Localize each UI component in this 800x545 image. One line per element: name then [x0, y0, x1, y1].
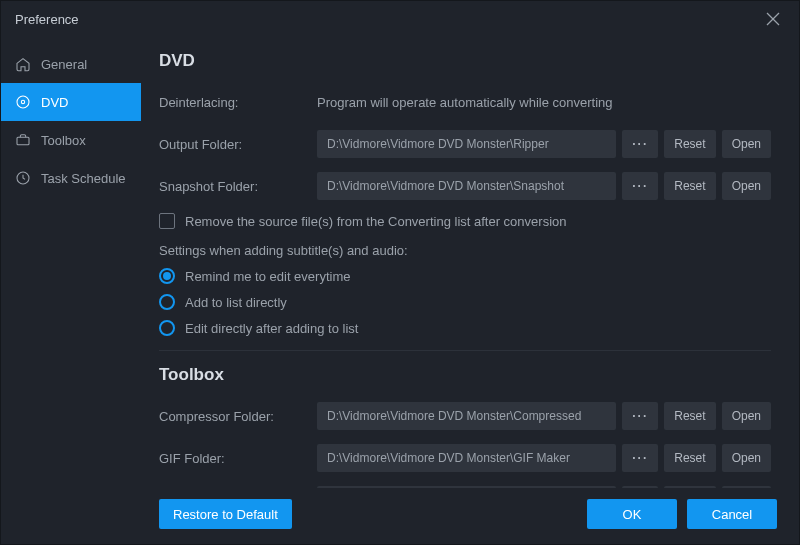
output-folder-open[interactable]: Open [722, 130, 771, 158]
row-3d-folder: 3D Output Folder: ··· Reset Open [159, 483, 771, 488]
gif-folder-input[interactable] [317, 444, 616, 472]
row-gif-folder: GIF Folder: ··· Reset Open [159, 441, 771, 475]
snapshot-folder-label: Snapshot Folder: [159, 179, 317, 194]
sidebar-label-toolbox: Toolbox [41, 133, 86, 148]
disc-icon [15, 94, 31, 110]
svg-point-3 [21, 100, 24, 103]
radio-remind-label: Remind me to edit everytime [185, 269, 350, 284]
sidebar-label-task-schedule: Task Schedule [41, 171, 126, 186]
restore-default-button[interactable]: Restore to Default [159, 499, 292, 529]
radio-edit[interactable] [159, 320, 175, 336]
output-folder-browse[interactable]: ··· [622, 130, 658, 158]
toolbox-heading: Toolbox [159, 365, 771, 385]
svg-rect-4 [17, 137, 29, 144]
radio-add-label: Add to list directly [185, 295, 287, 310]
threeD-folder-open[interactable]: Open [722, 486, 771, 488]
row-deinterlacing: Deinterlacing: Program will operate auto… [159, 85, 771, 119]
gif-folder-reset[interactable]: Reset [664, 444, 715, 472]
remove-source-checkbox[interactable] [159, 213, 175, 229]
sidebar-label-dvd: DVD [41, 95, 68, 110]
body: General DVD Toolbox Task Schedule DVD De… [1, 37, 799, 544]
output-folder-reset[interactable]: Reset [664, 130, 715, 158]
radio-remind-row[interactable]: Remind me to edit everytime [159, 268, 771, 284]
titlebar: Preference [1, 1, 799, 37]
snapshot-folder-reset[interactable]: Reset [664, 172, 715, 200]
row-snapshot-folder: Snapshot Folder: ··· Reset Open [159, 169, 771, 203]
deinterlacing-value: Program will operate automatically while… [317, 95, 771, 110]
dvd-heading: DVD [159, 51, 771, 71]
content-scroll[interactable]: DVD Deinterlacing: Program will operate … [159, 37, 777, 488]
radio-add[interactable] [159, 294, 175, 310]
gif-folder-browse[interactable]: ··· [622, 444, 658, 472]
radio-edit-label: Edit directly after adding to list [185, 321, 358, 336]
clock-icon [15, 170, 31, 186]
snapshot-folder-input[interactable] [317, 172, 616, 200]
close-button[interactable] [761, 7, 785, 31]
compressor-folder-label: Compressor Folder: [159, 409, 317, 424]
compressor-folder-input[interactable] [317, 402, 616, 430]
gif-folder-label: GIF Folder: [159, 451, 317, 466]
toolbox-icon [15, 132, 31, 148]
sidebar-label-general: General [41, 57, 87, 72]
threeD-folder-input[interactable] [317, 486, 616, 488]
sidebar-item-general[interactable]: General [1, 45, 141, 83]
threeD-folder-browse[interactable]: ··· [622, 486, 658, 488]
compressor-folder-browse[interactable]: ··· [622, 402, 658, 430]
output-folder-label: Output Folder: [159, 137, 317, 152]
radio-add-row[interactable]: Add to list directly [159, 294, 771, 310]
deinterlacing-label: Deinterlacing: [159, 95, 317, 110]
sidebar-item-task-schedule[interactable]: Task Schedule [1, 159, 141, 197]
compressor-folder-reset[interactable]: Reset [664, 402, 715, 430]
snapshot-folder-open[interactable]: Open [722, 172, 771, 200]
preference-window: Preference General DVD Toolbox Task S [0, 0, 800, 545]
home-icon [15, 56, 31, 72]
cancel-button[interactable]: Cancel [687, 499, 777, 529]
subtitle-settings-heading: Settings when adding subtitle(s) and aud… [159, 243, 771, 258]
footer: Restore to Default OK Cancel [159, 494, 777, 534]
window-title: Preference [15, 12, 761, 27]
radio-edit-row[interactable]: Edit directly after adding to list [159, 320, 771, 336]
remove-source-checkbox-row[interactable]: Remove the source file(s) from the Conve… [159, 213, 771, 229]
threeD-folder-reset[interactable]: Reset [664, 486, 715, 488]
gif-folder-open[interactable]: Open [722, 444, 771, 472]
remove-source-label: Remove the source file(s) from the Conve… [185, 214, 567, 229]
sidebar-item-toolbox[interactable]: Toolbox [1, 121, 141, 159]
row-compressor-folder: Compressor Folder: ··· Reset Open [159, 399, 771, 433]
row-output-folder: Output Folder: ··· Reset Open [159, 127, 771, 161]
content-pane: DVD Deinterlacing: Program will operate … [141, 37, 799, 544]
output-folder-input[interactable] [317, 130, 616, 158]
ok-button[interactable]: OK [587, 499, 677, 529]
radio-remind[interactable] [159, 268, 175, 284]
close-icon [766, 12, 780, 26]
snapshot-folder-browse[interactable]: ··· [622, 172, 658, 200]
svg-point-2 [17, 96, 29, 108]
sidebar: General DVD Toolbox Task Schedule [1, 37, 141, 544]
divider [159, 350, 771, 351]
sidebar-item-dvd[interactable]: DVD [1, 83, 141, 121]
compressor-folder-open[interactable]: Open [722, 402, 771, 430]
